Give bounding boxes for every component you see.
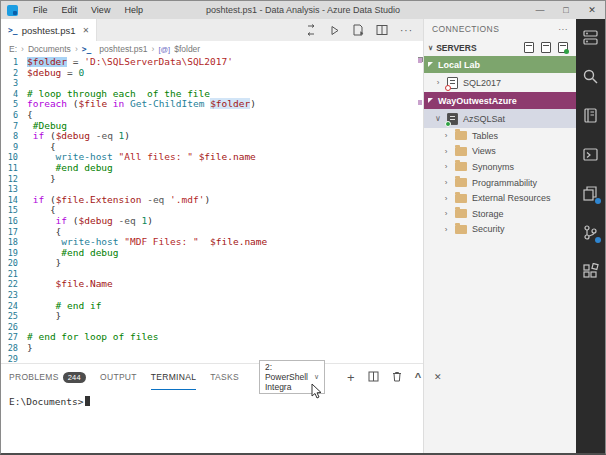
new-server-group-icon[interactable]: [541, 42, 551, 53]
code-line[interactable]: 14 if ($file.Extension -eq '.mdf'): [1, 195, 423, 206]
line-number: 16: [1, 216, 27, 227]
code-line[interactable]: 16 if ($debug -eq 1): [1, 216, 423, 227]
menu-edit[interactable]: Edit: [55, 5, 85, 15]
code-token: 0: [79, 67, 85, 78]
code-line[interactable]: 29: [1, 354, 423, 363]
servers-section-header[interactable]: ∨ SERVERS: [424, 39, 576, 56]
code-line[interactable]: 22 $file.Name: [1, 279, 423, 290]
source-control-icon[interactable]: [582, 224, 600, 242]
menu-help[interactable]: Help: [117, 5, 150, 15]
close-button[interactable]: ✕: [579, 5, 605, 15]
code-line[interactable]: 25 }: [1, 311, 423, 322]
tree-item-label: Security: [472, 224, 505, 234]
editor-tab-bar: >_ poshtest.ps1 ✕: [1, 19, 423, 41]
chevron-right-icon: ›: [75, 44, 78, 54]
run-query-icon[interactable]: [329, 25, 340, 36]
split-terminal-icon[interactable]: [368, 368, 379, 386]
maximize-panel-icon[interactable]: ^: [415, 372, 421, 383]
connections-sidebar: CONNECTIONS ··· ∨ SERVERS Local Lab›SQL2…: [424, 19, 576, 453]
new-connection-icon[interactable]: [524, 42, 534, 53]
chevron-down-icon[interactable]: ∨: [434, 114, 442, 123]
tree-item-tables[interactable]: ›Tables: [424, 128, 576, 144]
breadcrumb-drive[interactable]: E:: [9, 44, 17, 54]
overview-ruler[interactable]: [417, 57, 423, 363]
terminal-selector-dropdown[interactable]: 2: PowerShell Integra ∨: [259, 360, 325, 394]
code-line[interactable]: 28}: [1, 343, 423, 354]
code-line[interactable]: 2$debug = 0: [1, 68, 423, 79]
code-line[interactable]: 24 # end if: [1, 301, 423, 312]
menu-view[interactable]: View: [84, 5, 117, 15]
tab-close-icon[interactable]: ✕: [83, 26, 90, 35]
connections-icon[interactable]: [582, 29, 600, 47]
terminal[interactable]: E:\Documents>: [1, 390, 423, 453]
line-number: 21: [1, 269, 27, 280]
panel-tab-bar: PROBLEMS 244 OUTPUT TERMINAL TASKS 2: Po…: [1, 364, 423, 390]
search-icon[interactable]: [582, 68, 600, 86]
code-line[interactable]: 20 }: [1, 258, 423, 269]
line-number: 6: [1, 110, 27, 121]
code-line[interactable]: 19 #end debug: [1, 248, 423, 259]
code-token: #end debug: [61, 247, 118, 258]
split-editor-icon[interactable]: [376, 24, 388, 36]
code-line[interactable]: 27# end for loop of files: [1, 332, 423, 343]
chevron-right-icon[interactable]: ›: [442, 209, 450, 218]
tab-poshtest[interactable]: >_ poshtest.ps1 ✕: [1, 19, 97, 41]
more-actions-icon[interactable]: ···: [400, 25, 413, 36]
code-token: Get-ChildItem: [130, 98, 204, 109]
extensions-icon[interactable]: [582, 263, 600, 281]
code-token: {: [27, 109, 33, 120]
tree-item-programmability[interactable]: ›Programmability: [424, 175, 576, 191]
server-group-header[interactable]: WayOutwestAzure: [424, 92, 576, 109]
tab-terminal[interactable]: TERMINAL: [151, 364, 196, 390]
chevron-right-icon[interactable]: ›: [442, 131, 450, 140]
active-connections-icon[interactable]: [558, 42, 568, 53]
notebook-icon[interactable]: [582, 107, 600, 125]
maximize-button[interactable]: □: [553, 5, 579, 15]
code-token: "All files: ": [119, 151, 193, 162]
server-group-header[interactable]: Local Lab: [424, 56, 576, 73]
chevron-right-icon[interactable]: ›: [442, 162, 450, 171]
tree-item-synonyms[interactable]: ›Synonyms: [424, 159, 576, 175]
new-terminal-icon[interactable]: +: [347, 371, 355, 384]
tab-problems[interactable]: PROBLEMS 244: [9, 364, 86, 390]
code-line[interactable]: 12 }: [1, 174, 423, 185]
tree-item-label: Synonyms: [472, 162, 514, 172]
chevron-right-icon[interactable]: ›: [442, 147, 450, 156]
menu-file[interactable]: File: [26, 5, 55, 15]
line-number: 3: [1, 78, 27, 89]
server-name: SQL2017: [463, 78, 501, 88]
tab-tasks[interactable]: TASKS: [210, 364, 239, 390]
more-actions-icon[interactable]: ···: [558, 24, 568, 34]
code-line[interactable]: 11 #end debug: [1, 163, 423, 174]
terminal-icon[interactable]: [582, 146, 600, 164]
tree-item-label: Tables: [472, 131, 498, 141]
tree-item-storage[interactable]: ›Storage: [424, 206, 576, 222]
close-panel-icon[interactable]: ✕: [434, 373, 442, 382]
breadcrumb-symbol[interactable]: $folder: [174, 44, 200, 54]
tree-item-security[interactable]: ›Security: [424, 222, 576, 238]
tree-item-external-resources[interactable]: ›External Resources: [424, 190, 576, 206]
tree-item-views[interactable]: ›Views: [424, 144, 576, 160]
code-editor[interactable]: 1$folder = 'D:\SQLServerData\SQL2017'2$d…: [1, 57, 423, 363]
line-number: 5: [1, 99, 27, 110]
chevron-right-icon[interactable]: ›: [434, 78, 442, 87]
code-line[interactable]: 8 if ($debug -eq 1): [1, 131, 423, 142]
copy-icon[interactable]: [582, 185, 600, 203]
breadcrumb[interactable]: E: › Documents › >_ poshtest.ps1 › [@] $…: [1, 41, 423, 57]
kill-terminal-icon[interactable]: [392, 368, 402, 386]
code-token: ): [250, 98, 256, 109]
chevron-right-icon[interactable]: ›: [442, 178, 450, 187]
run-file-icon[interactable]: [352, 24, 364, 36]
minimize-button[interactable]: —: [527, 5, 553, 15]
code-token: [27, 278, 56, 289]
open-changes-icon[interactable]: [305, 24, 317, 36]
terminal-selector-value: 2: PowerShell Integra: [265, 362, 308, 392]
breadcrumb-folder[interactable]: Documents: [28, 44, 71, 54]
chevron-right-icon[interactable]: ›: [442, 225, 450, 234]
server-node-sql2017[interactable]: ›SQL2017: [424, 73, 576, 92]
breadcrumb-file[interactable]: poshtest.ps1: [99, 44, 147, 54]
code-line[interactable]: 5foreach ($file in Get-ChildItem $folder…: [1, 99, 423, 110]
chevron-right-icon[interactable]: ›: [442, 194, 450, 203]
server-node-azsqlsat[interactable]: ∨AzSQLSat: [424, 109, 576, 128]
tab-output[interactable]: OUTPUT: [100, 364, 137, 390]
